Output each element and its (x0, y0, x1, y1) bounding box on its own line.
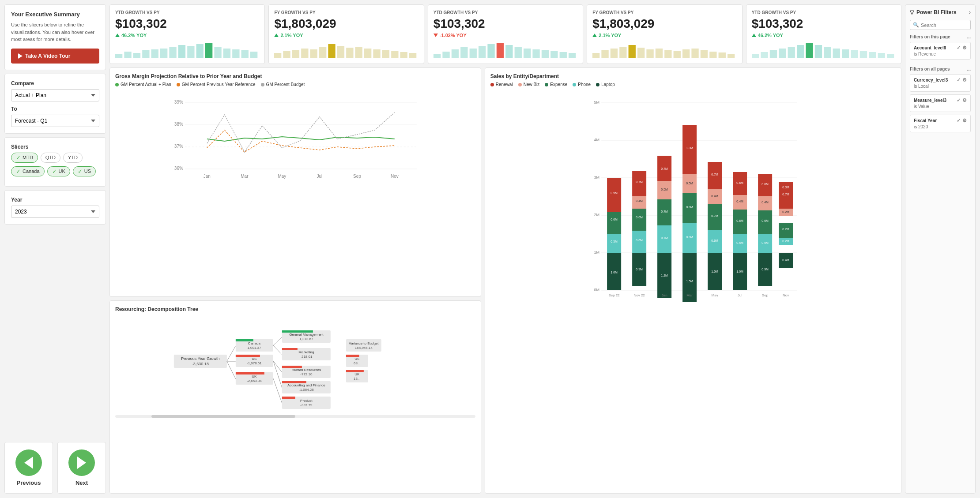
svg-rect-29 (392, 51, 399, 58)
kpi-value-3: $103,302 (433, 17, 577, 31)
filter-header: ▽ Power BI Filters › (910, 9, 971, 15)
filter-currency-check[interactable]: ✓ (957, 77, 961, 83)
previous-button[interactable]: Previous (4, 442, 53, 494)
ytd-pill[interactable]: YTD (63, 153, 83, 163)
gm-chart-card: Gross Margin Projection Relative to Prio… (109, 67, 481, 297)
decomp-chart-svg: Previous Year Growth -3,630.18 Canada 1,… (115, 315, 475, 412)
gm-chart-svg: 39% 38% 37% 36% Jan Mar May Jul (115, 90, 475, 179)
to-label: To (11, 106, 99, 112)
legend-dot-expense (545, 83, 548, 86)
uk-pill[interactable]: ✓UK (47, 166, 70, 176)
svg-text:0.9M: 0.9M (636, 268, 643, 271)
filter-fiscal-settings[interactable]: ⚙ (962, 118, 967, 124)
svg-text:Jul: Jul (317, 174, 322, 179)
svg-text:Previous Year Growth: Previous Year Growth (181, 356, 219, 361)
to-select[interactable]: Forecast - Q1 Budget Prior Year (11, 115, 99, 127)
legend-laptop: Laptop (596, 82, 615, 87)
legend-newbiz: New Biz (518, 82, 540, 87)
filter-fiscal-icons: ✓ ⚙ (957, 118, 967, 124)
svg-text:May: May (711, 293, 718, 297)
svg-rect-6 (169, 47, 176, 58)
filter-currency-icons: ✓ ⚙ (957, 77, 967, 83)
svg-text:37%: 37% (174, 144, 183, 149)
all-filters-more[interactable]: ... (967, 67, 971, 71)
svg-rect-46 (559, 52, 566, 58)
svg-text:1.0M: 1.0M (611, 271, 618, 274)
kpi-label-4: FY GROWTH VS PY (592, 10, 736, 15)
play-icon (18, 53, 23, 59)
qtd-pill[interactable]: QTD (41, 153, 60, 163)
svg-text:Sep: Sep (762, 293, 769, 297)
svg-rect-68 (788, 47, 795, 58)
kpi-value-2: $1,803,029 (274, 17, 418, 31)
svg-text:0.9M: 0.9M (761, 268, 769, 271)
svg-text:0M: 0M (594, 288, 599, 292)
decomp-chart-card: Resourcing: Decomposition Tree Previous … (109, 300, 481, 494)
svg-rect-0 (115, 54, 122, 58)
page-filters-more[interactable]: ... (967, 34, 971, 39)
svg-rect-33 (442, 52, 449, 58)
kpi-change-3: -1.02% YOY (433, 33, 577, 38)
next-circle (68, 449, 95, 476)
filter-expand-icon[interactable]: › (969, 9, 971, 15)
kpi-bars-3 (433, 41, 577, 58)
svg-rect-52 (629, 45, 636, 58)
svg-text:0.7M: 0.7M (661, 236, 668, 240)
kpi-card-2: FY GROWTH VS PY $1,803,029 2.1% YOY (268, 4, 424, 64)
svg-rect-27 (373, 49, 381, 58)
sales-chart-svg: 5M 4M 3M 2M 1M 0M (490, 90, 896, 302)
svg-text:-1,064.28: -1,064.28 (299, 388, 314, 392)
svg-rect-38 (487, 44, 494, 58)
filter-measure-check[interactable]: ✓ (957, 97, 961, 103)
filter-title: ▽ Power BI Filters (910, 9, 957, 15)
svg-rect-62 (719, 52, 726, 58)
video-tour-button[interactable]: Take A Video Tour (11, 49, 99, 64)
svg-text:-218.01: -218.01 (300, 355, 313, 359)
svg-text:Accounting and Finance: Accounting and Finance (287, 383, 325, 387)
svg-text:0.7M: 0.7M (711, 214, 718, 217)
svg-text:0.4M: 0.4M (761, 201, 769, 204)
filter-account-title: Account_level6 ✓ ⚙ (914, 45, 967, 51)
filter-measure-settings[interactable]: ⚙ (962, 97, 967, 103)
svg-rect-171 (632, 209, 646, 231)
filter-currency-settings[interactable]: ⚙ (962, 77, 967, 83)
svg-rect-195 (682, 125, 697, 174)
svg-text:Product: Product (300, 399, 313, 403)
search-input[interactable] (921, 22, 968, 28)
filter-settings-icon[interactable]: ⚙ (962, 45, 967, 51)
arrow-up-icon-4 (592, 34, 597, 37)
arrow-up-icon-5 (752, 34, 756, 37)
svg-rect-63 (727, 54, 735, 58)
compare-select[interactable]: Actual + Plan Actual Only Plan Only (11, 89, 99, 101)
svg-rect-35 (460, 47, 467, 58)
svg-text:-2,653.04: -2,653.04 (247, 379, 262, 383)
svg-text:0.6M: 0.6M (736, 219, 743, 222)
year-select[interactable]: 2023 2022 2021 (11, 206, 99, 218)
year-label: Year (11, 197, 99, 203)
svg-text:Nov: Nov (783, 293, 789, 297)
filter-fiscal-year: Fiscal Year ✓ ⚙ is 2020 (910, 115, 971, 132)
filter-fiscal-check[interactable]: ✓ (957, 118, 961, 124)
svg-text:68...: 68... (354, 361, 361, 365)
svg-text:0.2M: 0.2M (782, 228, 789, 231)
mtd-pill[interactable]: ✓MTD (11, 153, 38, 163)
filter-account-sub: is Revenue (914, 52, 967, 56)
filter-check-icon[interactable]: ✓ (957, 45, 961, 51)
svg-rect-58 (682, 49, 690, 58)
svg-text:0.6M: 0.6M (711, 239, 718, 242)
next-button[interactable]: Next (57, 442, 106, 494)
kpi-value-5: $103,302 (752, 17, 896, 31)
search-box[interactable]: 🔍 (910, 20, 971, 30)
svg-text:1,001.37: 1,001.37 (247, 346, 261, 350)
svg-rect-25 (355, 47, 362, 58)
svg-text:Mar: Mar (686, 293, 693, 297)
arrow-down-icon-3 (433, 34, 438, 37)
canada-pill[interactable]: ✓Canada (11, 166, 45, 176)
svg-text:Sep 22: Sep 22 (608, 293, 620, 297)
us-pill[interactable]: ✓US (73, 166, 96, 176)
period-slicers: ✓MTD QTD YTD (11, 153, 99, 163)
svg-text:0.6M: 0.6M (636, 239, 643, 242)
svg-text:13...: 13... (354, 377, 361, 381)
svg-rect-54 (647, 49, 654, 58)
svg-rect-161 (607, 234, 621, 253)
